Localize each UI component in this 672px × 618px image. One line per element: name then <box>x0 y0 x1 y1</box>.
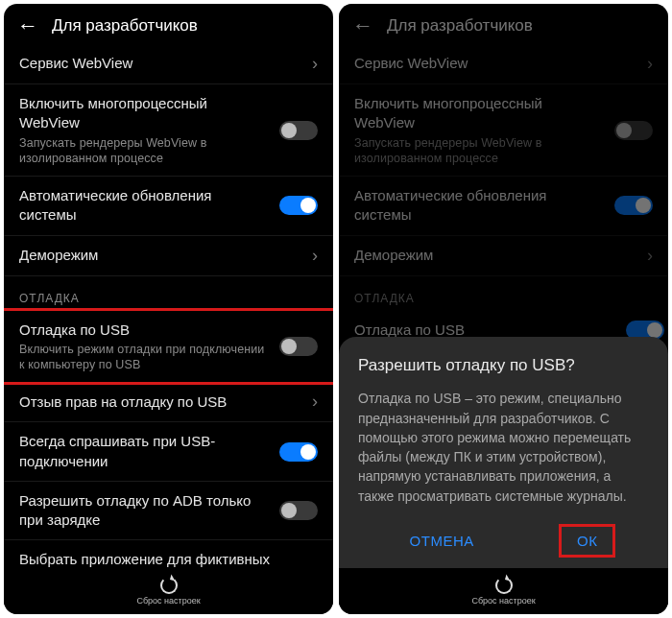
row-sublabel: Запускать рендереры WebView в изолирован… <box>19 135 270 167</box>
toggle-adb-charge[interactable] <box>279 501 318 520</box>
row-label: Автоматические обновления системы <box>19 186 270 226</box>
row-adb-charge[interactable]: Разрешить отладку по ADB только при заря… <box>4 482 333 541</box>
dialog-scrim[interactable]: Разрешить отладку по USB? Отладка по USB… <box>339 4 668 614</box>
row-multiprocess-webview[interactable]: Включить многопроцессный WebView Запуска… <box>4 84 333 177</box>
section-debug-header: ОТЛАДКА <box>4 276 333 311</box>
row-label: Всегда спрашивать при USB-подключении <box>19 432 270 471</box>
dialog-title: Разрешить отладку по USB? <box>358 356 649 375</box>
app-header: ← Для разработчиков <box>4 4 333 44</box>
dialog-body: Отладка по USB – это режим, специально п… <box>358 389 649 506</box>
toggle-always-ask-usb[interactable] <box>279 442 318 462</box>
back-icon[interactable]: ← <box>17 13 38 38</box>
row-webview-service[interactable]: Сервис WebView › <box>4 44 333 84</box>
row-label: Сервис WebView <box>19 54 302 73</box>
reset-icon[interactable] <box>495 577 513 594</box>
bottom-bar: Сброс настроек <box>4 568 333 614</box>
toggle-auto-update[interactable] <box>279 196 318 215</box>
chevron-right-icon: › <box>312 54 318 74</box>
toggle-multiprocess-webview[interactable] <box>279 121 318 140</box>
row-demo-mode[interactable]: Деморежим › <box>4 236 333 276</box>
ok-button[interactable]: ОК <box>559 524 615 558</box>
cancel-button[interactable]: ОТМЕНА <box>395 527 490 555</box>
page-title: Для разработчиков <box>52 16 198 36</box>
settings-list: Сервис WebView › Включить многопроцессны… <box>4 44 333 614</box>
row-label: Деморежим <box>19 246 302 265</box>
reset-icon[interactable] <box>160 577 178 594</box>
dialog-actions: ОТМЕНА ОК <box>358 527 649 555</box>
bottom-bar: Сброс настроек <box>339 568 668 614</box>
chevron-right-icon: › <box>312 392 318 412</box>
row-label: Отзыв прав на отладку по USB <box>19 392 302 412</box>
row-revoke-usb[interactable]: Отзыв прав на отладку по USB › <box>4 382 333 422</box>
chevron-right-icon: › <box>312 246 318 266</box>
phone-left: ← Для разработчиков Сервис WebView › Вкл… <box>4 4 333 614</box>
row-always-ask-usb[interactable]: Всегда спрашивать при USB-подключении <box>4 422 333 482</box>
row-sublabel: Включить режим отладки при подключении к… <box>19 342 270 373</box>
row-label: Включить многопроцессный WebView <box>19 94 270 133</box>
toggle-usb-debugging[interactable] <box>279 337 318 356</box>
usb-debug-dialog: Разрешить отладку по USB? Отладка по USB… <box>339 337 668 568</box>
phone-right: ← Для разработчиков Сервис WebView › Вкл… <box>339 4 668 614</box>
row-label: Отладка по USB <box>19 321 270 340</box>
reset-label: Сброс настроек <box>136 596 200 606</box>
row-auto-update[interactable]: Автоматические обновления системы <box>4 177 333 236</box>
row-usb-debugging[interactable]: Отладка по USB Включить режим отладки пр… <box>4 308 333 386</box>
row-label: Разрешить отладку по ADB только при заря… <box>19 491 270 531</box>
row-label: Выбрать приложение для фиктивных <box>19 550 308 569</box>
reset-label: Сброс настроек <box>471 596 535 606</box>
